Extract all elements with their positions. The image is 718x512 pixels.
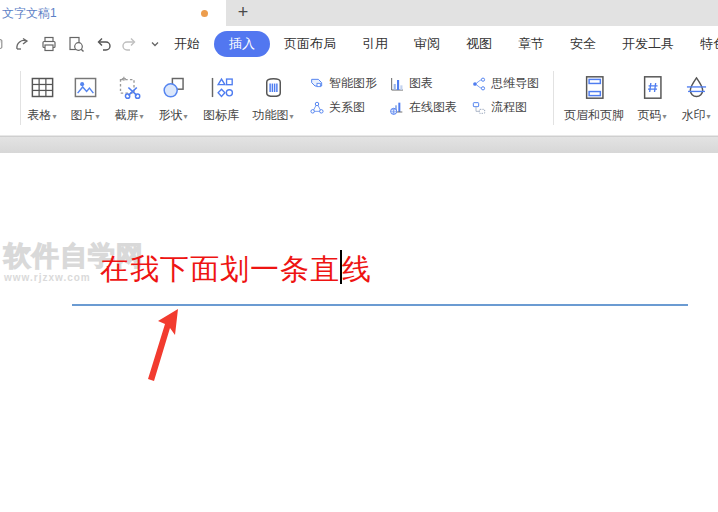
chart-button[interactable]: 图表 <box>389 75 457 92</box>
mind-map-label: 思维导图 <box>491 75 539 92</box>
menu-tab-featured-apps[interactable]: 特色应用 <box>688 31 718 57</box>
menu-tab-insert[interactable]: 插入 <box>214 31 270 57</box>
dropdown-chevron-icon: ▾ <box>139 112 143 121</box>
tab-bar: 文字文稿1 + <box>0 0 718 26</box>
screenshot-icon <box>116 71 143 103</box>
export-icon[interactable] <box>13 35 31 53</box>
flowchart-icon <box>471 100 487 116</box>
menu-tab-dev-tools[interactable]: 开发工具 <box>610 31 686 57</box>
menu-tab-home[interactable]: 开始 <box>162 31 212 57</box>
table-label: 表格 <box>27 108 51 122</box>
icon-library-label: 图标库 <box>203 108 239 122</box>
flowchart-button[interactable]: 流程图 <box>471 99 539 116</box>
smart-graphics-button[interactable]: 智能图形 <box>309 75 377 92</box>
table-button[interactable]: 表格▾ <box>21 62 63 134</box>
menu-bar: 开始 插入 页面布局 引用 审阅 视图 章节 安全 开发工具 特色应用 <box>0 26 718 62</box>
unsaved-indicator-dot <box>201 10 208 17</box>
function-diagram-icon <box>260 71 287 103</box>
menu-tab-security[interactable]: 安全 <box>558 31 608 57</box>
function-diagram-button[interactable]: 功能图▾ <box>247 62 299 134</box>
menu-tabs: 开始 插入 页面布局 引用 审阅 视图 章节 安全 开发工具 特色应用 <box>162 31 718 57</box>
header-footer-button[interactable]: 页眉和页脚 <box>558 62 630 134</box>
watermark-button[interactable]: 水印▾ <box>674 62 718 134</box>
menu-tab-section[interactable]: 章节 <box>506 31 556 57</box>
shapes-label: 形状 <box>158 108 182 122</box>
header-footer-icon <box>581 71 608 103</box>
icon-library-button[interactable]: 图标库 <box>195 62 247 134</box>
dropdown-chevron-icon: ▾ <box>289 112 293 121</box>
chart-icon <box>389 76 405 92</box>
save-icon[interactable] <box>0 35 4 53</box>
menu-tab-review[interactable]: 审阅 <box>402 31 452 57</box>
dropdown-chevron-icon: ▾ <box>183 112 187 121</box>
quick-access-toolbar <box>0 35 162 53</box>
online-chart-button[interactable]: 在线图表 <box>389 99 457 116</box>
table-icon <box>29 71 56 103</box>
relationship-diagram-label: 关系图 <box>329 99 365 116</box>
picture-icon <box>72 71 99 103</box>
mind-map-button[interactable]: 思维导图 <box>471 75 539 92</box>
red-text-before-caret: 在我下面划一条直 <box>100 253 340 285</box>
flowchart-label: 流程图 <box>491 99 527 116</box>
smart-graphics-label: 智能图形 <box>329 75 377 92</box>
chart-label: 图表 <box>409 75 433 92</box>
relationship-diagram-icon <box>309 100 325 116</box>
workspace-band <box>0 136 718 153</box>
new-tab-button[interactable]: + <box>230 0 256 26</box>
screenshot-button[interactable]: 截屏▾ <box>107 62 151 134</box>
icon-library-icon <box>208 71 235 103</box>
horizontal-line <box>72 304 688 306</box>
online-chart-icon <box>389 100 405 116</box>
undo-icon[interactable] <box>94 35 112 53</box>
picture-label: 图片 <box>70 108 94 122</box>
shapes-button[interactable]: 形状▾ <box>151 62 195 134</box>
shapes-icon <box>160 71 187 103</box>
relationship-diagram-button[interactable]: 关系图 <box>309 99 377 116</box>
document-tab[interactable]: 文字文稿1 <box>0 0 226 26</box>
menu-tab-page-layout[interactable]: 页面布局 <box>272 31 348 57</box>
dropdown-chevron-icon: ▾ <box>706 112 710 121</box>
page-number-button[interactable]: 页码▾ <box>630 62 674 134</box>
picture-button[interactable]: 图片▾ <box>63 62 107 134</box>
screenshot-label: 截屏 <box>114 108 138 122</box>
document-text-line: 在我下面划一条直线 <box>100 250 372 290</box>
document-title: 文字文稿1 <box>2 5 201 22</box>
page-number-label: 页码 <box>637 108 661 122</box>
ribbon-separator <box>553 71 554 125</box>
function-diagram-label: 功能图 <box>252 108 288 122</box>
insert-ribbon: 表格▾ 图片▾ 截屏▾ 形状▾ 图标库 功能图▾ 智能图形 <box>0 62 718 136</box>
print-preview-icon[interactable] <box>67 35 85 53</box>
print-icon[interactable] <box>40 35 58 53</box>
red-arrow-annotation <box>146 309 184 385</box>
toolbar-more-chevron-icon[interactable] <box>148 35 162 53</box>
red-text-after-caret: 线 <box>342 253 372 285</box>
document-page[interactable]: 软件自学网 www.rjzxw.com 在我下面划一条直线 <box>0 153 718 512</box>
watermark-label: 水印 <box>681 108 705 122</box>
mind-map-icon <box>471 76 487 92</box>
smart-graphics-icon <box>309 76 325 92</box>
online-chart-label: 在线图表 <box>409 99 457 116</box>
watermark-icon <box>683 71 710 103</box>
page-number-icon <box>639 71 666 103</box>
dropdown-chevron-icon: ▾ <box>95 112 99 121</box>
header-footer-label: 页眉和页脚 <box>564 108 624 122</box>
menu-tab-view[interactable]: 视图 <box>454 31 504 57</box>
redo-icon[interactable] <box>121 35 139 53</box>
menu-tab-references[interactable]: 引用 <box>350 31 400 57</box>
dropdown-chevron-icon: ▾ <box>662 112 666 121</box>
dropdown-chevron-icon: ▾ <box>52 112 56 121</box>
